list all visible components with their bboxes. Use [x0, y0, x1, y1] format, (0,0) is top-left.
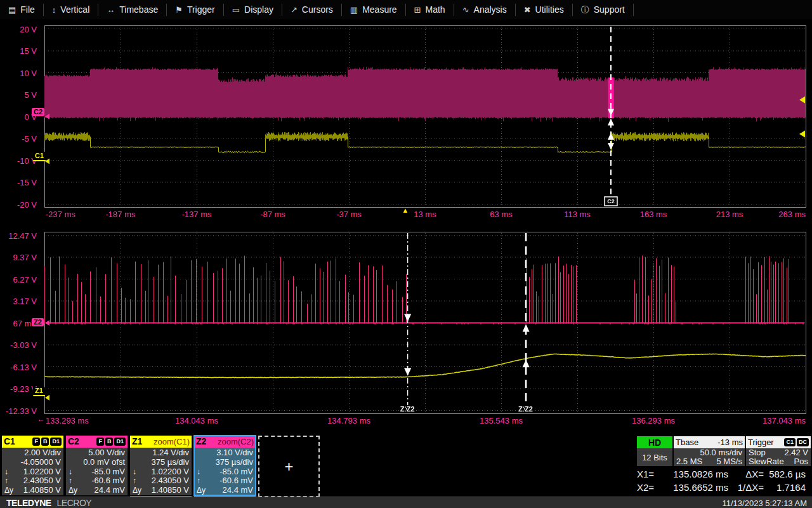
hd-mode-box[interactable]: HD 12 Bits: [637, 436, 672, 466]
channel-descriptor-c2[interactable]: C2 F B D1 5.00 V/div 0.0 mV ofst ↓-85.0 …: [66, 436, 128, 495]
math-icon: ⊞: [414, 6, 421, 14]
y-axis-tick-label: 9.37 V: [13, 253, 37, 262]
menu-label: Cursors: [302, 4, 333, 15]
x-axis-tick-label: -37 ms: [336, 210, 362, 219]
menu-file[interactable]: ▤File: [0, 0, 43, 19]
delta-y-icon: Δy: [133, 486, 141, 495]
cursor-high-icon: ↑: [69, 476, 72, 486]
channel-name: C2: [68, 436, 79, 448]
main-grid-x-axis: -237 ms-187 ms-137 ms-87 ms-37 ms13 ms63…: [44, 208, 806, 222]
main-waveform-grid[interactable]: [44, 25, 806, 208]
x-axis-tick-label: -187 ms: [106, 210, 136, 219]
menu-vertical[interactable]: ↕Vertical: [44, 0, 98, 19]
tbase-delay: -13 ms: [717, 438, 743, 447]
add-trace-button[interactable]: +: [258, 436, 320, 497]
menu-math[interactable]: ⊞Math: [406, 0, 454, 19]
y-axis-tick-label: 15 V: [20, 46, 37, 56]
main-grid-y-axis: 20 V15 V10 V5 V0 V-5 V-10 V-15 V-20 V: [0, 25, 41, 208]
cursor-low-icon: ↓: [197, 467, 200, 477]
menu-analysis[interactable]: ∿Analysis: [454, 0, 515, 19]
menu-label: Math: [426, 4, 445, 15]
z1-header: Z1 zoom(C1): [130, 436, 192, 448]
c1-header: C1 F B D1: [2, 436, 63, 448]
menu-label: Vertical: [60, 4, 89, 15]
timebase-box[interactable]: Tbase -13 ms 50.0 ms/div 2.5 MS5 MS/s: [674, 436, 745, 466]
z1-values: 1.24 V/div 375 µs/div ↓1.02200 V ↑2.4305…: [130, 448, 192, 495]
x-axis-tick-label: 213 ms: [716, 210, 743, 219]
support-icon: ⓘ: [581, 6, 589, 14]
z2-values: 3.10 V/div 375 µs/div ↓-85.0 mV ↑-60.6 m…: [194, 448, 256, 495]
c1-badges: F B D1: [32, 438, 62, 446]
c2-badges: F B D1: [96, 438, 126, 446]
channel-badge: F: [32, 438, 40, 446]
zoom-position-arrow: ←: [37, 415, 45, 424]
trigger-box[interactable]: Trigger C1 DC Stop2.42 V SlewRatePos: [746, 436, 811, 466]
x-axis-tick-label: -137 ms: [182, 210, 212, 219]
menu-support[interactable]: ⓘSupport: [573, 0, 633, 19]
menu-label: Support: [594, 4, 625, 15]
menu-measure[interactable]: ▥Measure: [342, 0, 405, 19]
inv-dx-label: 1/ΔX=: [728, 481, 766, 494]
y-axis-tick-label: -15 V: [17, 178, 37, 187]
delta-y-icon: Δy: [197, 486, 206, 495]
zoom-waveform-grid[interactable]: [44, 232, 806, 414]
menu-cursors[interactable]: ↗Cursors: [282, 0, 341, 19]
menu-utilities[interactable]: ✖Utilities: [516, 0, 572, 19]
menu-trigger[interactable]: ⚑Trigger: [167, 0, 223, 19]
inv-dx-value: 1.7164 kHz: [766, 481, 811, 494]
c2-position-indicator[interactable]: C2: [32, 108, 44, 116]
z2-position-indicator[interactable]: Z2: [32, 318, 44, 326]
hd-header: HD: [637, 436, 672, 448]
x-axis-tick-label: -237 ms: [46, 210, 75, 219]
trigger-time-marker[interactable]: ▲: [401, 206, 410, 214]
time-per-div: 375 µs/div: [151, 458, 189, 467]
menu-timebase[interactable]: ↔Timebase: [98, 0, 166, 19]
z1-position-indicator[interactable]: Z1: [33, 387, 45, 396]
channel-badge: D1: [114, 438, 126, 446]
channel-badge: B: [105, 438, 114, 446]
cursor-low-icon: ↓: [4, 467, 8, 477]
x-axis-tick-label: 134.793 ms: [327, 416, 370, 425]
c2-values: 5.00 V/div 0.0 mV ofst ↓-85.0 mV ↑-60.6 …: [66, 448, 128, 495]
channel-descriptor-z2[interactable]: Z2 zoom(C2) 3.10 V/div 375 µs/div ↓-85.0…: [194, 436, 256, 495]
channel-descriptor-c1[interactable]: C1 F B D1 2.00 V/div -4.05000 V ↓1.02200…: [2, 436, 63, 495]
hd-bits: 12 Bits: [642, 453, 667, 462]
x-axis-tick-label: 13 ms: [414, 210, 436, 219]
x1-label: X1=: [637, 467, 662, 481]
y-axis-tick-label: -6.13 V: [10, 362, 37, 371]
cursor-high-icon: ↑: [4, 476, 8, 486]
delta-y-value: 24.4 mV: [223, 486, 253, 495]
x-axis-tick-label: 135.543 ms: [480, 416, 523, 425]
channel-badge: F: [96, 438, 104, 446]
c1-position-indicator[interactable]: C1: [33, 152, 46, 161]
c2-header: C2 F B D1: [66, 436, 128, 448]
cursor-low-icon: ↓: [133, 467, 136, 477]
menu-label: Trigger: [187, 4, 215, 15]
menu-label: Analysis: [474, 4, 507, 15]
brand-logo: TELEDYNE LECROY: [6, 498, 91, 508]
y-axis-tick-label: 10 V: [20, 68, 37, 77]
menu-label: File: [20, 4, 35, 15]
x-axis-tick-label: 263 ms: [778, 210, 806, 219]
y-axis-tick-label: 6.27 V: [13, 274, 37, 284]
cursor-high-icon: ↑: [133, 476, 136, 486]
cursor-low-value: -85.0 mV: [219, 467, 253, 477]
y-axis-tick-label: 5 V: [24, 90, 37, 100]
vertical-icon: ↕: [52, 6, 56, 14]
y-axis-tick-label: 12.47 V: [8, 231, 37, 240]
cursor-high-icon: ↑: [197, 476, 200, 486]
menu-display[interactable]: ▭Display: [224, 0, 282, 19]
volts-per-div: 5.00 V/div: [88, 448, 125, 458]
tbase-samples: 2.5 MS: [676, 457, 702, 466]
cursor-low-icon: ↓: [69, 467, 72, 477]
cursor-low-value: 1.02200 V: [152, 467, 189, 477]
channel-descriptor-z1[interactable]: Z1 zoom(C1) 1.24 V/div 375 µs/div ↓1.022…: [130, 436, 192, 495]
volts-per-div: 2.00 V/div: [24, 448, 61, 458]
y-axis-tick-label: -5 V: [22, 134, 37, 144]
cursor-low-value: 1.02200 V: [23, 467, 61, 477]
volts-per-div: 3.10 V/div: [216, 448, 253, 458]
tbase-scale: 50.0 ms/div: [700, 448, 742, 457]
cursor-low-value: -85.0 mV: [91, 467, 125, 477]
x2-label: X2=: [637, 481, 662, 494]
x-axis-tick-label: 113 ms: [564, 210, 591, 219]
